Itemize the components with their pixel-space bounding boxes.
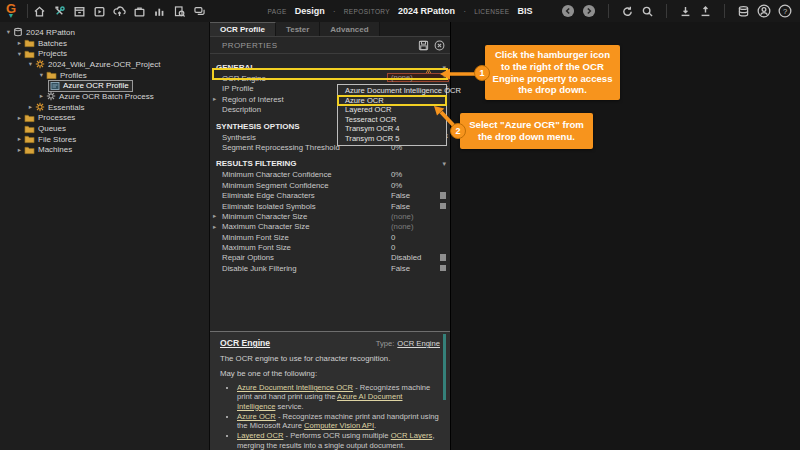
property-row-max-character-size[interactable]: ▸ Maximum Character Size (none): [210, 221, 450, 231]
property-row-eliminate-isolated-symbols[interactable]: Eliminate Isolated Symbols False: [210, 201, 450, 211]
document-search-icon[interactable]: [173, 5, 186, 18]
tree-item-project[interactable]: ▾ 2024_Wiki_Azure-OCR_Project: [0, 59, 209, 70]
property-label: OCR Engine: [222, 74, 266, 83]
database-icon[interactable]: [737, 5, 750, 18]
chevron-down-icon[interactable]: ▾: [442, 160, 446, 168]
property-value[interactable]: 0%: [391, 170, 402, 179]
callout-text: Click the hamburger icon to the right of…: [485, 46, 620, 100]
tree-item-azure-ocr-batch-process[interactable]: ▸ Azure OCR Batch Process: [0, 91, 209, 102]
tree-item-projects[interactable]: ▾ Projects: [0, 48, 209, 59]
refresh-icon[interactable]: [621, 5, 634, 18]
expander-open-icon[interactable]: ▾: [4, 28, 13, 36]
checkbox[interactable]: [440, 192, 447, 199]
callout-2-number: 2: [450, 123, 466, 139]
tree-item-repository[interactable]: ▾ 2024 RPatton: [0, 27, 209, 38]
help-type-link[interactable]: OCR Engine: [397, 339, 440, 348]
expander-closed-icon[interactable]: ▸: [26, 103, 35, 111]
dropdown-item-azure-document-intelligence-ocr[interactable]: Azure Document Intelligence OCR: [338, 86, 446, 96]
help-title-link[interactable]: OCR Engine: [220, 338, 270, 348]
expander-closed-icon[interactable]: ▸: [213, 95, 216, 103]
property-row-min-character-size[interactable]: ▸ Minimum Character Size (none): [210, 211, 450, 221]
property-row-disable-junk-filtering[interactable]: Disable Junk Filtering False: [210, 263, 450, 273]
property-value[interactable]: Disabled: [391, 253, 421, 262]
home-icon[interactable]: [33, 5, 46, 18]
tree-item-processes[interactable]: ▸ Processes: [0, 113, 209, 124]
cloud-upload-icon[interactable]: [113, 5, 126, 18]
tree-item-batches[interactable]: ▸ Batches: [0, 38, 209, 49]
property-value[interactable]: 0: [391, 233, 395, 242]
expander-closed-icon[interactable]: ▸: [213, 212, 216, 220]
property-value[interactable]: (none): [391, 212, 414, 221]
dropdown-item-azure-ocr[interactable]: Azure OCR: [338, 96, 446, 106]
tree-item-azure-ocr-profile-selected[interactable]: Azure OCR Profile: [0, 80, 209, 91]
help-link[interactable]: OCR Layers: [391, 431, 433, 440]
dropdown-item-tesseract-ocr[interactable]: Tesseract OCR: [338, 115, 446, 125]
checkbox[interactable]: [440, 254, 447, 261]
checkbox[interactable]: [440, 203, 447, 210]
property-row-ocr-engine[interactable]: OCR Engine (none) ≡: [210, 73, 450, 83]
search-icon[interactable]: [641, 5, 654, 18]
forward-icon[interactable]: [582, 4, 596, 18]
property-value[interactable]: 0%: [391, 181, 402, 190]
section-header-general[interactable]: GENERAL ▾: [210, 62, 450, 73]
upload-icon[interactable]: [699, 5, 712, 18]
bar-chart-icon[interactable]: [153, 5, 166, 18]
briefcase-icon[interactable]: [133, 5, 146, 18]
expander-closed-icon[interactable]: ▸: [15, 135, 24, 143]
expander-open-icon[interactable]: ▾: [15, 50, 24, 58]
tab-ocr-profile[interactable]: OCR Profile: [210, 22, 276, 36]
licensee-value: BIS: [517, 6, 532, 16]
expander-open-icon[interactable]: ▾: [37, 71, 46, 79]
expander-closed-icon[interactable]: ▸: [15, 39, 24, 47]
dropdown-item-transym-ocr-4[interactable]: Transym OCR 4: [338, 124, 446, 134]
property-row-max-font-size[interactable]: Maximum Font Size 0: [210, 242, 450, 252]
help-link[interactable]: Azure Document Intelligence OCR: [237, 383, 353, 392]
property-row-min-segment-confidence[interactable]: Minimum Segment Confidence 0%: [210, 180, 450, 190]
dropdown-item-layered-ocr[interactable]: Layered OCR: [338, 105, 446, 115]
tab-advanced[interactable]: Advanced: [320, 22, 379, 36]
hamburger-icon[interactable]: ≡: [443, 73, 448, 83]
property-value[interactable]: 0: [391, 243, 395, 252]
tree-item-essentials[interactable]: ▸ Essentials: [0, 102, 209, 113]
property-value[interactable]: (none): [391, 222, 414, 231]
help-icon[interactable]: ?: [778, 4, 792, 18]
folder-icon: [46, 70, 57, 80]
download-icon[interactable]: [679, 5, 692, 18]
section-header-results-filtering[interactable]: RESULTS FILTERING ▾: [210, 158, 450, 169]
property-row-repair-options[interactable]: Repair Options Disabled: [210, 252, 450, 262]
tree-item-file-stores[interactable]: ▸ File Stores: [0, 134, 209, 145]
property-value[interactable]: (none): [387, 73, 449, 82]
property-value[interactable]: False: [391, 191, 410, 200]
tree-item-queues[interactable]: Queues: [0, 123, 209, 134]
property-row-eliminate-edge-characters[interactable]: Eliminate Edge Characters False: [210, 190, 450, 200]
callout-text: Select "Azure OCR" from the drop down me…: [460, 116, 593, 146]
tree-item-label: File Stores: [38, 135, 76, 144]
save-icon[interactable]: [413, 40, 429, 51]
expander-open-icon[interactable]: ▾: [26, 60, 35, 68]
help-link[interactable]: Azure OCR: [237, 412, 276, 421]
chevron-down-icon[interactable]: ▾: [442, 64, 446, 72]
property-row-min-font-size[interactable]: Minimum Font Size 0: [210, 232, 450, 242]
help-link[interactable]: Computer Vision API: [304, 421, 374, 430]
expander-closed-icon[interactable]: ▸: [37, 92, 46, 100]
checkbox[interactable]: [440, 265, 447, 272]
batch-play-icon[interactable]: [93, 5, 106, 18]
expander-closed-icon[interactable]: ▸: [15, 146, 24, 154]
property-row-min-char-confidence[interactable]: Minimum Character Confidence 0%: [210, 169, 450, 179]
property-value[interactable]: False: [391, 202, 410, 211]
design-tools-icon[interactable]: [53, 5, 66, 18]
help-link[interactable]: Layered OCR: [237, 431, 283, 440]
expander-closed-icon[interactable]: ▸: [15, 114, 24, 122]
tree-item-machines[interactable]: ▸ Machines: [0, 145, 209, 156]
archive-icon[interactable]: [73, 5, 86, 18]
back-icon[interactable]: [561, 4, 575, 18]
chat-icon[interactable]: [193, 5, 206, 18]
close-icon[interactable]: [429, 40, 445, 51]
dropdown-item-transym-ocr-5[interactable]: Transym OCR 5: [338, 134, 446, 144]
help-scrollbar-thumb[interactable]: [443, 334, 446, 400]
tab-tester[interactable]: Tester: [276, 22, 320, 36]
property-label: Maximum Font Size: [222, 243, 291, 252]
property-value[interactable]: False: [391, 264, 410, 273]
expander-closed-icon[interactable]: ▸: [213, 223, 216, 231]
user-icon[interactable]: [757, 4, 771, 18]
